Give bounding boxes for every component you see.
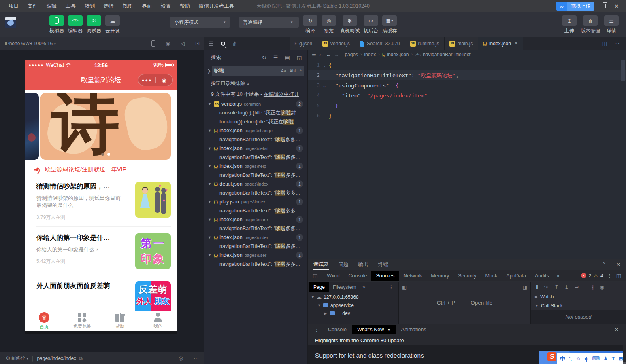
refresh-icon[interactable]: ↻	[262, 55, 266, 61]
编译-button[interactable]: ↻ 编译	[303, 15, 317, 34]
code-line[interactable]: 5 }	[308, 101, 626, 111]
watch-section[interactable]: ▶Watch	[531, 292, 626, 301]
panel-tab-输出[interactable]: 输出	[358, 260, 368, 269]
more-tabs-icon[interactable]: »	[557, 273, 560, 279]
panel-tab-问题[interactable]: 问题	[339, 260, 349, 269]
more-actions-icon[interactable]: ⋯	[614, 40, 620, 47]
keyboard-icon[interactable]: ⌨	[592, 356, 600, 362]
deactivate-breakpoints-icon[interactable]: ∦	[591, 284, 594, 290]
code-line[interactable]: 2 "navigationBarTitleText": "欧皇源码论坛",	[308, 70, 626, 80]
breadcrumb-item[interactable]: pages	[345, 52, 358, 57]
devtools-tab-Console[interactable]: Console	[344, 271, 372, 281]
collapse-panel-icon[interactable]: ⌃	[602, 262, 606, 267]
menu-item[interactable]: 微信开发者工具	[194, 3, 239, 10]
multi-window-icon[interactable]: ⊡	[195, 40, 200, 47]
menu-item[interactable]: 视图	[118, 3, 137, 10]
chevron-down-icon[interactable]: ▼	[208, 235, 212, 239]
call-stack-section[interactable]: ▼Call Stack	[531, 301, 626, 310]
tree-item[interactable]: ▼☁127.0.0.1:65368	[308, 293, 398, 301]
drawer-tab[interactable]: Console	[323, 325, 351, 334]
nav-back-icon[interactable]: ←	[326, 52, 331, 57]
error-icon[interactable]: ✕	[581, 273, 586, 278]
error-count[interactable]: 2	[589, 273, 592, 279]
chevron-down-icon[interactable]: ▼	[208, 129, 212, 133]
result-file-row[interactable]: ▼ {..} index.json pages\detail 1	[204, 144, 307, 153]
editor-tab-g.json[interactable]: ⊦g.json	[290, 37, 317, 50]
云开发-button[interactable]: ☁ 云开发	[105, 15, 120, 34]
result-file-row[interactable]: ▼ {..} index.json pages\more 1	[204, 215, 307, 224]
mic-icon[interactable]: ψ	[585, 356, 589, 362]
expand-replace-icon[interactable]: ❯	[206, 68, 212, 74]
menu-item[interactable]: 转到	[80, 3, 99, 10]
chevron-down-icon[interactable]: ▼	[208, 182, 212, 186]
menu-item[interactable]: 项目	[4, 3, 23, 10]
result-match-row[interactable]: navigationBarTitleText": "哆啦多多...	[204, 260, 307, 269]
devtools-tab-Network[interactable]: Network	[399, 271, 426, 281]
tree-item[interactable]: ▶__dev__	[308, 309, 398, 317]
phone-tab-免费兑换[interactable]: 免费兑换	[63, 311, 101, 331]
chevron-down-icon[interactable]: ▼	[208, 164, 212, 168]
result-match-row[interactable]: navigationBarTitleText": "哆啦多多...	[204, 206, 307, 215]
menu-item[interactable]: 工具	[61, 3, 80, 10]
quiz-card[interactable]: 你给人的第一印象是什… 你给人的第一印象是什么？ 5.42万人在测 第一印象	[36, 227, 171, 275]
exit-miniprogram-icon[interactable]: ◉	[156, 77, 173, 83]
record-icon[interactable]: ◉	[166, 40, 170, 47]
result-file-row[interactable]: ▼ {..} detail.json pages\index 1	[204, 180, 307, 188]
outline-icon[interactable]: ☰	[312, 52, 316, 57]
editor-tab-main.js[interactable]: JSmain.js	[445, 37, 478, 50]
result-match-row[interactable]: navigationBarTitleText": "哆啦多多...	[204, 135, 307, 144]
open-in-editor-link[interactable]: 在编辑器中打开	[264, 91, 299, 97]
详情-button[interactable]: ☰ 详情	[604, 15, 619, 34]
result-match-row[interactable]: navigationBarTitleText": "哆啦多多...	[204, 188, 307, 197]
devtools-tab-Security[interactable]: Security	[454, 271, 481, 281]
status-more-icon[interactable]: ⋯	[194, 355, 199, 361]
result-match-row[interactable]: navigationBarTitleText": "哆啦多多...	[204, 171, 307, 180]
chevron-down-icon[interactable]: ▼	[208, 146, 212, 150]
result-file-row[interactable]: ▼ {..} index.json pages\order 1	[204, 233, 307, 242]
match-case-icon[interactable]: Aa	[281, 68, 286, 73]
code-line[interactable]: 3 ⌄ "usingComponents": {	[308, 80, 626, 91]
result-file-row[interactable]: ▼ {..} index.json pages\change 1	[204, 126, 307, 135]
chevron-down-icon[interactable]: ▼	[208, 200, 212, 204]
more-menu-icon[interactable]: ●●●	[138, 78, 155, 83]
editor-tab-index.json[interactable]: {..}index.json✕	[478, 37, 524, 50]
预览-button[interactable]: ◎ 预览	[322, 15, 336, 34]
result-match-row[interactable]: navigationBarTitleText": "哆啦多多...	[204, 224, 307, 233]
drawer-scrollbar[interactable]	[623, 345, 626, 364]
result-file-row[interactable]: ▼ {..} index.json pages\help 1	[204, 162, 307, 171]
announcement-bar[interactable]: 欧皇源码论坛/注册就送一年VIP	[34, 166, 171, 174]
device-icon[interactable]	[151, 40, 155, 47]
expand-right-icon[interactable]: ◨	[523, 284, 527, 290]
step-icon[interactable]: ⇥	[575, 284, 579, 290]
pane-tab-Filesystem[interactable]: Filesystem	[329, 282, 360, 292]
warning-icon[interactable]: ⚠	[594, 273, 598, 279]
open-editor-icon[interactable]: ▤	[285, 55, 290, 61]
上传-button[interactable]: ↥ 上传	[562, 15, 577, 34]
清缓存-button[interactable]: ≣▾ 清缓存	[382, 15, 397, 34]
devtools-tab-AppData[interactable]: AppData	[502, 271, 530, 281]
drag-upload-button[interactable]: ∞ 拖拽上传	[556, 2, 594, 11]
pause-on-exceptions-icon[interactable]: ◉	[600, 284, 604, 290]
menu-item[interactable]: 帮助	[175, 3, 194, 10]
result-match-row[interactable]: navigationBarTitleText": "哆啦多多...	[204, 153, 307, 162]
collapse-all-icon[interactable]: ◱	[297, 55, 302, 61]
menu-item[interactable]: 界面	[137, 3, 156, 10]
drawer-tab[interactable]: What's New✕	[352, 325, 396, 334]
whole-word-icon[interactable]: Abl	[290, 68, 296, 73]
copy-path-icon[interactable]: ⧉	[79, 356, 83, 361]
mute-icon[interactable]: ◁	[181, 40, 185, 47]
page-path-selector[interactable]: 页面路径 ▾	[6, 355, 28, 362]
visibility-icon[interactable]: ◎	[179, 355, 183, 361]
nav-forward-icon[interactable]: →	[334, 52, 339, 57]
真机调试-button[interactable]: ✱ 真机调试	[340, 15, 360, 34]
dock-side-icon[interactable]: ◫	[616, 273, 621, 279]
inspect-element-icon[interactable]: ◱	[313, 273, 317, 279]
punctuation-icon[interactable]: ’,	[569, 356, 572, 362]
carousel-dot-active[interactable]	[107, 153, 110, 156]
quiz-card[interactable]: 外人面前朋友面前反差萌 反差萌 外人朋友	[36, 275, 171, 311]
editor-tab-runtime.js[interactable]: JSruntime.js	[405, 37, 445, 50]
devtools-tab-Wxml[interactable]: Wxml	[322, 271, 344, 281]
menu-item[interactable]: 文件	[23, 3, 42, 10]
warning-count[interactable]: 4	[600, 273, 603, 279]
carousel-banner[interactable]: 诗	[40, 93, 171, 160]
